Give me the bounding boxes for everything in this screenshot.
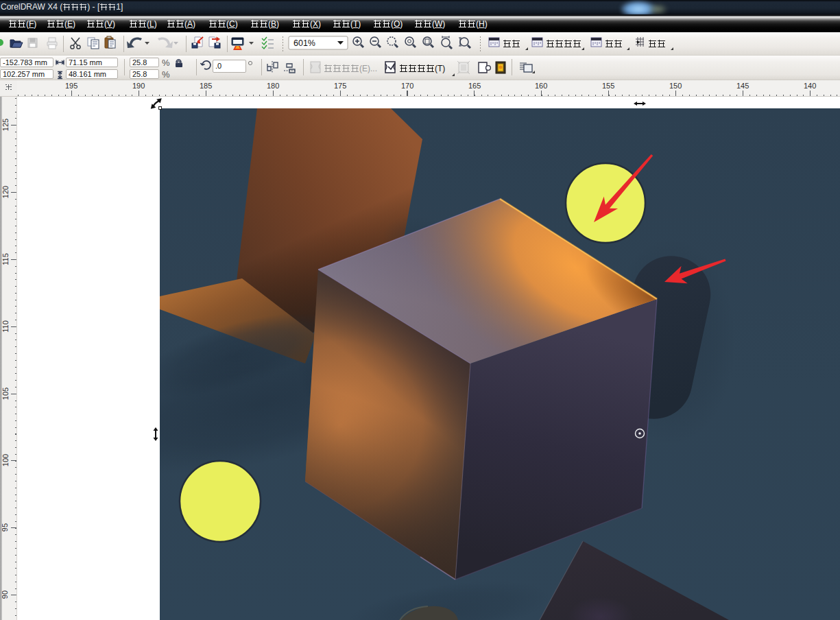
svg-text:601%: 601% <box>293 38 315 48</box>
